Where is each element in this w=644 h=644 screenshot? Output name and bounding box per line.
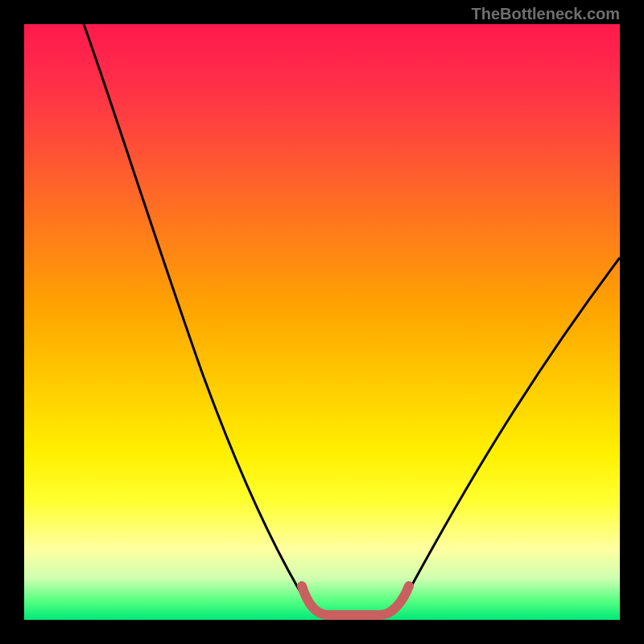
- curves-svg: [24, 24, 620, 620]
- plot-area: [24, 24, 620, 620]
- optimal-range-path: [302, 586, 409, 615]
- bottleneck-curve-path: [84, 24, 620, 616]
- watermark-text: TheBottleneck.com: [472, 5, 620, 23]
- chart-container: TheBottleneck.com: [0, 0, 644, 644]
